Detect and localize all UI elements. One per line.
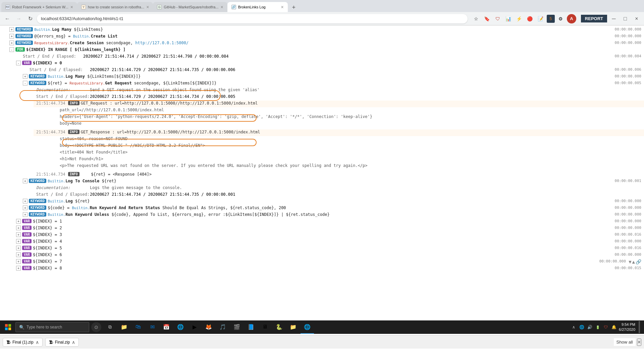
close-notification-button[interactable]: × (637, 339, 641, 346)
log-text-logret: Builtin.Log ${ret} (48, 199, 614, 203)
elapsed-label-4: Start / End / Elapsed: (36, 192, 90, 197)
ext-icon-7[interactable]: 5 (547, 15, 555, 23)
elapsed-value-3: 20200627 21:51:44.729 / 20200627 21:51:4… (90, 94, 235, 99)
tab-2-close[interactable]: × (146, 4, 149, 10)
youtube-button[interactable]: ▶ (188, 320, 201, 334)
ext-icon-2[interactable]: 🛡 (493, 14, 502, 23)
ext-icon-1[interactable]: 🔖 (482, 14, 492, 23)
timestamp-var4: 00:00:00.000 (615, 239, 641, 243)
store-button[interactable]: 🛍 (131, 320, 145, 334)
download-name-2: Final.zip (55, 340, 70, 345)
bookmark-icon[interactable]: ☆ (472, 14, 481, 23)
badge-var5: VAR (22, 246, 32, 250)
download-item-1[interactable]: 🗜 Final (1).zip ∧ (3, 338, 43, 347)
profile-icon[interactable]: A (567, 14, 576, 23)
volume-icon[interactable]: 🔊 (587, 324, 593, 330)
app14-button[interactable]: 🌐 (301, 320, 314, 334)
app7-button[interactable]: 🦊 (202, 320, 215, 334)
ext-icon-3[interactable]: 📊 (504, 14, 513, 23)
toggle-console[interactable]: + (23, 179, 28, 183)
tab-2[interactable]: Y how to create session in robotfra... × (77, 2, 153, 12)
toggle-3[interactable]: + (9, 41, 14, 45)
doc-label-console: Documentation: (36, 185, 90, 190)
ext-icon-4[interactable]: ⚡ (515, 14, 524, 23)
cortana-button[interactable]: ⊙ (91, 322, 101, 332)
address-input[interactable] (37, 14, 468, 23)
toggle-var5[interactable]: + (16, 246, 21, 250)
badge-var4: VAR (22, 239, 32, 243)
tab-3[interactable]: G GitHub - MarketSquare/robotfra... × (153, 2, 227, 12)
tab-4-close[interactable]: × (281, 4, 284, 10)
toggle-var0[interactable]: - (16, 61, 21, 65)
log-text-2: @{errors_msg} = Builtin.Create List (34, 34, 614, 39)
info-text-2: GET_Response : url=http://127.0.0.1:5000… (81, 130, 641, 134)
battery-icon[interactable]: 🔋 (595, 324, 601, 330)
refresh-button[interactable]: ↻ (25, 14, 35, 23)
forward-button[interactable]: → (14, 14, 23, 23)
toggle-var3[interactable]: + (16, 232, 21, 237)
show-all-button[interactable]: Show all (614, 338, 636, 346)
app11-button[interactable]: 🖥 (258, 320, 272, 334)
show-hidden-icons[interactable]: ∧ (571, 324, 577, 330)
toggle-var8[interactable]: + (16, 266, 21, 270)
toggle-var4[interactable]: + (16, 239, 21, 244)
file-explorer-button[interactable]: 📁 (117, 320, 131, 334)
toggle-for[interactable]: - (9, 47, 14, 52)
ext-icon-6[interactable]: 📝 (536, 14, 545, 23)
minimize-button[interactable]: ─ (609, 14, 619, 23)
ext-icon-5[interactable]: 🔴 (525, 14, 535, 23)
show-desktop-button[interactable] (639, 321, 640, 333)
toggle-var2[interactable]: + (16, 226, 21, 230)
network-icon[interactable]: 🌐 (579, 324, 585, 330)
ext-icon-8[interactable]: ⚙ (556, 14, 566, 23)
info-time-3: 21:51:44.734 (36, 172, 65, 177)
toggle-rku[interactable]: + (23, 212, 28, 217)
notification-icon[interactable]: 🔔 (611, 324, 617, 330)
report-button[interactable]: REPORT (581, 15, 607, 22)
maximize-button[interactable]: □ (621, 14, 630, 23)
toggle-logmany[interactable]: + (23, 74, 28, 79)
vs-calendar-button[interactable]: 📅 (160, 320, 173, 334)
app12-button[interactable]: 🐍 (272, 320, 286, 334)
session-link[interactable]: http://127.0.0.1:5000/ (135, 41, 189, 45)
search-input[interactable] (26, 325, 80, 329)
resp-detail-2: body=<!DOCTYPE HTML PUBLIC "-//W3C//DTD … (57, 143, 644, 149)
chevron-1[interactable]: ∧ (36, 340, 39, 345)
app13-button[interactable]: 📁 (286, 320, 300, 334)
tab-3-close[interactable]: × (221, 4, 223, 10)
chrome-button[interactable]: 🌐 (174, 320, 187, 334)
tab-1-close[interactable]: × (70, 4, 73, 10)
app8-button[interactable]: 🎵 (216, 320, 229, 334)
info-time-1: 21:51:44.734 (36, 101, 65, 106)
system-tray: ∧ 🌐 🔊 🔋 🛡 🔔 9:54 PM 6/27/2020 (568, 321, 643, 333)
toggle-2[interactable]: + (9, 34, 14, 39)
svg-rect-3 (8, 327, 11, 330)
antivirus-icon[interactable]: 🛡 (603, 324, 609, 330)
timestamp-var6: 00:00:00.000 (615, 252, 641, 257)
back-button[interactable]: ← (3, 14, 12, 23)
mail-button[interactable]: ✉ (146, 320, 159, 334)
close-button[interactable]: × (632, 14, 641, 23)
toggle-var7[interactable]: + (16, 259, 21, 264)
toggle-logret[interactable]: + (23, 199, 28, 203)
chevron-2[interactable]: ∧ (72, 340, 75, 345)
log-row-logmany: + KEYWORD Builtin.Log Many ${LinkItems[$… (20, 74, 644, 80)
toggle-1[interactable]: + (9, 27, 14, 32)
start-button[interactable] (1, 320, 15, 334)
doc-value-console: Logs the given message to the console. (90, 185, 182, 190)
clock-display[interactable]: 9:54 PM 6/27/2020 (619, 322, 635, 333)
toggle-var1[interactable]: + (16, 219, 21, 224)
new-tab-button[interactable]: + (289, 3, 299, 12)
tab-4[interactable]: 🔗 BrokenLinks Log × (227, 2, 288, 12)
app9-button[interactable]: 🎬 (230, 320, 244, 334)
toggle-getreq[interactable]: - (23, 81, 28, 85)
resp-detail-1: status=404, reason=NOT FOUND (57, 136, 644, 143)
download-item-2[interactable]: 🗜 Final.zip ∧ (45, 338, 79, 347)
toggle-rkrs[interactable]: + (23, 205, 28, 210)
app10-button[interactable]: 📘 (244, 320, 258, 334)
search-bar[interactable]: 🔍 (15, 322, 89, 332)
search-icon: 🔍 (19, 325, 24, 330)
task-view-button[interactable]: ⧉ (103, 320, 117, 334)
tab-1[interactable]: RF Robot Framework + Selenium W... × (1, 2, 77, 12)
toggle-var6[interactable]: + (16, 252, 21, 257)
